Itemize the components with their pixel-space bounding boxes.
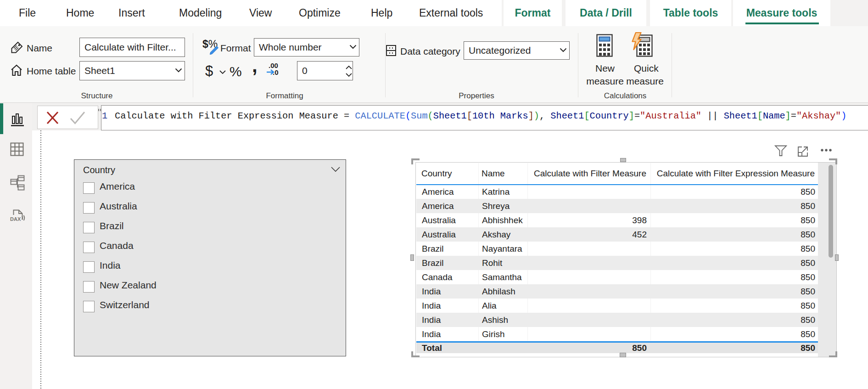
svg-text:DAX: DAX <box>10 216 21 222</box>
